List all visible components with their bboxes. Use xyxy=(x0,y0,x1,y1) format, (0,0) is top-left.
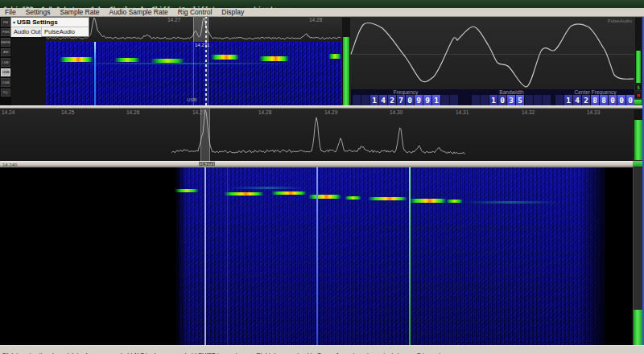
waterfall-signal xyxy=(114,58,140,62)
center-frequency-digit[interactable]: 0 xyxy=(617,95,625,105)
center-frequency-digit[interactable]: 4 xyxy=(573,95,581,105)
status-bar: Click to set active demodulator frequenc… xyxy=(0,345,644,354)
popup-title-row[interactable]: ▾ USB Settings xyxy=(11,18,89,27)
main-spectrum-scale: 14.2414.2514.2614.2714.2814.2914.3014.31… xyxy=(0,109,633,116)
spectrum-tick: 14.30 xyxy=(390,109,402,115)
popup-audio-out-row[interactable]: Audio Out PulseAudio xyxy=(11,27,89,37)
frequency-digit[interactable]: 9 xyxy=(415,95,423,105)
spectrum-tick: 14.29 xyxy=(324,109,337,115)
frequency-digit[interactable]: 7 xyxy=(397,95,405,105)
menu-item-sample-rate[interactable]: Sample Rate xyxy=(55,8,104,17)
center-frequency-digit[interactable]: 0 xyxy=(626,95,634,105)
bandwidth-digit[interactable]: 3 xyxy=(507,95,515,105)
frequency-digit[interactable]: 1 xyxy=(370,95,378,105)
signal-level-meter[interactable] xyxy=(341,17,351,105)
frequency-digit[interactable]: 9 xyxy=(423,95,431,105)
waterfall-demod-line xyxy=(204,167,206,345)
demod-mode-tag: USB xyxy=(187,97,196,102)
waterfall-signal xyxy=(60,63,301,64)
bandwidth-blank-cell xyxy=(481,95,489,105)
waterfall-signal xyxy=(224,192,264,196)
bandwidth-digit[interactable]: 0 xyxy=(498,95,506,105)
solo-button[interactable]: S xyxy=(634,84,642,91)
mode-button-lsb[interactable]: LSB xyxy=(1,58,10,67)
scope-waveform xyxy=(351,17,634,89)
main-spectrum[interactable] xyxy=(0,109,633,161)
splitter[interactable]: 14.240 14.271 xyxy=(0,161,644,167)
main-spectrum-trace xyxy=(0,109,633,161)
waterfall-signal xyxy=(308,195,341,199)
menu-item-file[interactable]: File xyxy=(0,8,21,17)
cubicsdr-window: CubicSDR v0.2.0-beta-rc6 by Charles J. C… xyxy=(0,0,644,354)
mute-button[interactable]: M xyxy=(634,92,642,99)
mode-button-usb[interactable]: USB xyxy=(1,68,10,77)
mode-button-fm[interactable]: FM xyxy=(1,18,10,27)
center-frequency-digit[interactable]: 1 xyxy=(564,95,572,105)
menu-item-display[interactable]: Display xyxy=(217,8,249,17)
mode-button-iq[interactable]: I/Q xyxy=(1,88,10,97)
frequency-label: Frequency xyxy=(353,89,459,95)
spectrum-tick: 14.33 xyxy=(587,109,600,115)
gain-meter[interactable] xyxy=(634,17,642,83)
waterfall-signal xyxy=(446,200,463,203)
waterfall-carrier-line xyxy=(409,167,411,345)
selection-edge xyxy=(208,42,208,105)
waterfall-signal xyxy=(259,56,289,61)
menu-item-settings[interactable]: Settings xyxy=(21,8,56,17)
audio-out-value: PulseAudio xyxy=(42,27,77,37)
bandwidth-group: Bandwidth1035 xyxy=(472,89,551,105)
spectrum-tick: 14.26 xyxy=(126,109,139,115)
waterfall-signal xyxy=(211,55,239,60)
menu-item-rig-control[interactable]: Rig Control xyxy=(173,8,217,17)
gain-meter-fill xyxy=(636,51,641,83)
menu-item-audio-sample-rate[interactable]: Audio Sample Rate xyxy=(105,8,173,17)
demod-frequency-line[interactable] xyxy=(205,17,207,105)
frequency-digit[interactable]: 4 xyxy=(379,95,387,105)
mode-button-fms[interactable]: FMS xyxy=(1,28,10,37)
mode-button-am[interactable]: AM xyxy=(1,48,10,57)
frequency-blank-cell xyxy=(361,95,369,105)
waterfall-carrier-line xyxy=(94,42,96,105)
bandwidth-blank-cell xyxy=(525,95,533,105)
spectrum-tick: 14.31 xyxy=(456,109,469,115)
bandwidth-label: Bandwidth xyxy=(472,89,551,95)
center-frequency-blank-cell xyxy=(555,95,564,105)
frequency-display: Frequency14270991Bandwidth1035Center Fre… xyxy=(351,89,634,105)
chevron-down-icon: ▾ xyxy=(11,19,17,25)
audio-scope[interactable]: PulseAudio xyxy=(351,17,634,89)
mode-button-dsb[interactable]: DSB xyxy=(1,78,10,87)
waterfall-signal xyxy=(60,57,93,62)
mode-button-nbfm[interactable]: NBFM xyxy=(1,38,10,47)
selection-edge xyxy=(193,42,194,105)
main-waterfall[interactable] xyxy=(0,167,633,345)
spectrum-tick: 14.24 xyxy=(2,109,14,115)
demod-tick: 14.28 xyxy=(309,17,322,23)
spectrum-tick: 14.32 xyxy=(522,109,535,115)
waterfall-speed-cap xyxy=(633,161,642,167)
center-frequency-digit[interactable]: 2 xyxy=(582,95,590,105)
demod-mode-column: FMFMSNBFMAMLSBUSBDSBI/Q xyxy=(0,17,11,105)
waterfall-signal xyxy=(368,197,407,200)
main-selection-band[interactable] xyxy=(200,109,210,161)
spectrum-gain-fill xyxy=(634,120,642,160)
center-frequency-digit[interactable]: 8 xyxy=(600,95,608,105)
bandwidth-blank-cell xyxy=(534,95,542,105)
waterfall-signal xyxy=(271,191,307,195)
bandwidth-digit[interactable]: 5 xyxy=(516,95,524,105)
waterfall-signal xyxy=(230,187,304,189)
center-frequency-digit[interactable]: 0 xyxy=(609,95,617,105)
bandwidth-blank-cell xyxy=(543,95,551,105)
frequency-digit[interactable]: 1 xyxy=(432,95,440,105)
waterfall-signal xyxy=(462,201,559,204)
frequency-digit[interactable]: 2 xyxy=(388,95,396,105)
audio-out-label: Audio Out xyxy=(11,27,42,37)
title-bar: CubicSDR v0.2.0-beta-rc6 by Charles J. C… xyxy=(0,0,644,8)
center-frequency-digit[interactable]: 8 xyxy=(591,95,599,105)
waterfall-signal xyxy=(409,199,447,203)
bandwidth-digit[interactable]: 1 xyxy=(489,95,497,105)
popup-title: USB Settings xyxy=(17,19,58,26)
spectrum-tick: 14.27 xyxy=(192,109,205,115)
frequency-digit[interactable]: 0 xyxy=(406,95,414,105)
signal-level-fill xyxy=(343,37,349,105)
waterfall-speed-slider[interactable] xyxy=(633,167,642,345)
